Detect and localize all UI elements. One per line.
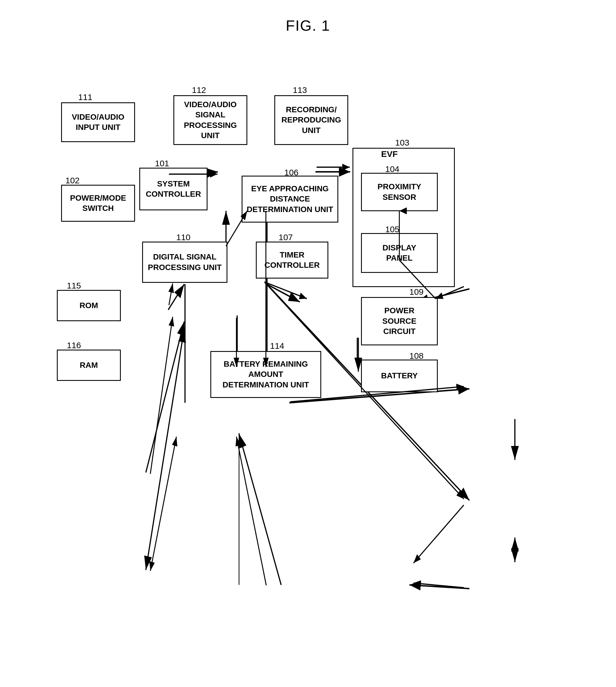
ref-101: 101 xyxy=(155,159,169,168)
block-proximity-sensor: PROXIMITYSENSOR xyxy=(361,173,438,211)
ref-113: 113 xyxy=(293,85,307,95)
ref-116: 116 xyxy=(67,340,81,350)
ref-105: 105 xyxy=(385,225,399,234)
svg-line-10 xyxy=(267,284,300,302)
svg-line-39 xyxy=(150,317,173,474)
ref-110: 110 xyxy=(176,232,191,242)
block-timer-controller: TIMERCONTROLLER xyxy=(256,242,328,279)
ref-107: 107 xyxy=(279,232,293,242)
svg-line-32 xyxy=(169,283,173,305)
svg-line-9 xyxy=(168,284,184,310)
diagram-container: 111 VIDEO/AUDIOINPUT UNIT 112 VIDEO/AUDI… xyxy=(28,43,588,670)
svg-line-44 xyxy=(414,583,464,588)
svg-line-20 xyxy=(409,585,469,589)
svg-line-40 xyxy=(150,437,177,571)
page-title: FIG. 1 xyxy=(0,0,616,34)
svg-line-33 xyxy=(264,282,307,299)
block-video-audio-signal: VIDEO/AUDIOSIGNALPROCESSING UNIT xyxy=(173,95,247,145)
svg-line-16 xyxy=(146,328,184,570)
block-display-panel: DISPLAYPANEL xyxy=(361,233,438,273)
ref-111: 111 xyxy=(78,92,92,102)
ref-108: 108 xyxy=(409,351,423,361)
block-video-audio-input: VIDEO/AUDIOINPUT UNIT xyxy=(61,102,135,142)
block-power-mode-switch: POWER/MODESWITCH xyxy=(61,185,135,222)
evf-title-label: EVF xyxy=(375,149,404,159)
block-battery: BATTERY xyxy=(361,359,438,392)
block-system-controller: SYSTEMCONTROLLER xyxy=(139,168,207,210)
ref-114: 114 xyxy=(270,341,284,351)
block-battery-remaining: BATTERY REMAININGAMOUNTDETERMINATION UNI… xyxy=(211,351,321,398)
block-power-source-circuit: POWERSOURCECIRCUIT xyxy=(361,297,438,345)
block-eye-approaching: EYE APPROACHINGDISTANCEDETERMINATION UNI… xyxy=(242,176,338,223)
ref-112: 112 xyxy=(192,85,206,95)
svg-line-35 xyxy=(436,287,464,299)
svg-line-15 xyxy=(146,322,184,472)
ref-102: 102 xyxy=(65,176,80,185)
block-rom: ROM xyxy=(57,290,121,321)
ref-103: 103 xyxy=(395,138,409,148)
svg-line-45 xyxy=(237,437,266,585)
block-ram: RAM xyxy=(57,350,121,381)
block-recording-reproducing: RECORDING/REPRODUCINGUNIT xyxy=(274,95,348,145)
block-digital-signal: DIGITAL SIGNALPROCESSING UNIT xyxy=(142,242,227,283)
ref-109: 109 xyxy=(409,287,423,297)
svg-line-46 xyxy=(414,505,464,563)
svg-line-21 xyxy=(239,434,281,585)
ref-104: 104 xyxy=(385,164,399,174)
ref-115: 115 xyxy=(67,281,81,290)
